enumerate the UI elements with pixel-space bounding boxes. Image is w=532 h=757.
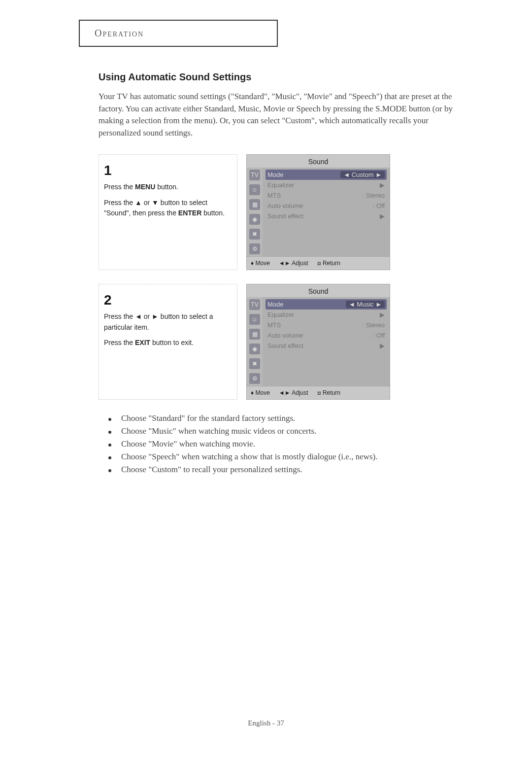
osd-category-icon: ✖ [249, 229, 260, 240]
bullet-text: Choose "Music" when watching music video… [121, 426, 316, 436]
osd-row-value: ▶ [380, 342, 385, 349]
osd-row: Auto volume: Off [266, 201, 387, 211]
osd-hint: ⧈ Return [317, 260, 340, 267]
osd-category-icon: ◉ [249, 214, 260, 225]
osd-row: Mode◄ Custom ► [266, 170, 387, 180]
bullet-list: Choose "Standard" for the standard facto… [99, 413, 473, 475]
bullet-item: Choose "Custom" to recall your personali… [99, 465, 473, 475]
osd-hint: ♦ Move [251, 389, 270, 396]
osd-row: Sound effect▶ [266, 341, 387, 351]
section-header-box: Operation [79, 20, 278, 47]
osd-row: MTS: Stereo [266, 320, 387, 330]
osd-row-label: MTS [267, 321, 281, 329]
osd-row: Auto volume: Off [266, 330, 387, 341]
osd-footer: ♦ Move◄► Adjust⧈ Return [247, 256, 390, 270]
osd-row-value: ▶ [380, 181, 385, 189]
bullet-item: Choose "Music" when watching music video… [99, 426, 473, 436]
bullet-dot-icon [108, 469, 111, 472]
osd-screenshot: SoundTV☺▦◉✖⚙Mode◄ Music ►Equalizer▶MTS: … [246, 284, 390, 400]
osd-row-label: Mode [267, 171, 284, 178]
osd-hint: ⧈ Return [317, 389, 340, 396]
intro-paragraph: Your TV has automatic sound settings ("S… [99, 91, 473, 139]
osd-title: Sound [247, 284, 390, 297]
osd-category-icon: ☺ [249, 314, 260, 325]
step-line: Press the MENU button. [104, 182, 232, 193]
step-number: 2 [104, 289, 232, 310]
osd-category-icon: ✖ [249, 358, 260, 369]
osd-category-icon: ▦ [249, 199, 260, 210]
step-instructions: 2Press the ◄ or ► button to select a par… [99, 284, 237, 400]
osd-screenshot: SoundTV☺▦◉✖⚙Mode◄ Custom ►Equalizer▶MTS:… [246, 154, 390, 270]
osd-category-icon: ▦ [249, 329, 260, 340]
osd-row-label: Sound effect [267, 342, 303, 349]
osd-row-label: Auto volume [267, 332, 303, 339]
osd-row-value: ◄ Music ► [346, 301, 385, 308]
bullet-dot-icon [108, 456, 111, 459]
osd-row-value: ▶ [380, 212, 385, 220]
osd-row-value: : Off [373, 202, 385, 209]
osd-row-value: : Off [373, 332, 385, 339]
osd-row-value: ▶ [380, 311, 385, 318]
osd-category-icon: TV [249, 170, 260, 180]
page-title: Using Automatic Sound Settings [99, 71, 473, 83]
bullet-text: Choose "Standard" for the standard facto… [121, 413, 295, 423]
osd-row-value: : Stereo [362, 192, 385, 199]
osd-title: Sound [247, 155, 390, 168]
bullet-item: Choose "Speech" when watching a show tha… [99, 452, 473, 462]
bullet-text: Choose "Speech" when watching a show tha… [121, 452, 377, 462]
osd-row: Equalizer▶ [266, 310, 387, 320]
step-line: Press the ◄ or ► button to select a part… [104, 311, 232, 333]
osd-hint: ◄► Adjust [279, 260, 308, 267]
osd-row-label: Auto volume [267, 202, 303, 209]
bullet-dot-icon [108, 444, 111, 447]
osd-icon-column: TV☺▦◉✖⚙ [247, 168, 263, 256]
step-block: 2Press the ◄ or ► button to select a par… [99, 284, 473, 400]
osd-row: Sound effect▶ [266, 211, 387, 221]
osd-icon-column: TV☺▦◉✖⚙ [247, 297, 263, 386]
bullet-item: Choose "Movie" when watching movie. [99, 439, 473, 449]
osd-row: Equalizer▶ [266, 180, 387, 190]
osd-row-value: ◄ Custom ► [340, 171, 385, 178]
bullet-dot-icon [108, 418, 111, 421]
osd-category-icon: ⚙ [249, 373, 260, 384]
step-instructions: 1Press the MENU button.Press the ▲ or ▼ … [99, 154, 237, 270]
bullet-text: Choose "Custom" to recall your personali… [121, 465, 302, 475]
osd-category-icon: ◉ [249, 344, 260, 354]
osd-category-icon: TV [249, 299, 260, 310]
step-line: Press the ▲ or ▼ button to select "Sound… [104, 198, 232, 219]
step-line: Press the EXIT button to exit. [104, 338, 232, 348]
osd-category-icon: ☺ [249, 184, 260, 195]
step-block: 1Press the MENU button.Press the ▲ or ▼ … [99, 154, 473, 270]
osd-footer: ♦ Move◄► Adjust⧈ Return [247, 386, 390, 399]
bullet-dot-icon [108, 431, 111, 434]
page-footer: English - 37 [0, 719, 532, 727]
osd-hint: ◄► Adjust [279, 389, 308, 396]
osd-row-label: Equalizer [267, 311, 294, 318]
osd-row-label: Mode [267, 301, 284, 308]
osd-row-value: : Stereo [362, 321, 385, 329]
osd-row-label: MTS [267, 192, 281, 199]
section-header: Operation [95, 28, 144, 38]
osd-row: MTS: Stereo [266, 190, 387, 201]
osd-row: Mode◄ Music ► [266, 299, 387, 310]
step-number: 1 [104, 160, 232, 181]
bullet-text: Choose "Movie" when watching movie. [121, 439, 255, 449]
bullet-item: Choose "Standard" for the standard facto… [99, 413, 473, 423]
osd-category-icon: ⚙ [249, 243, 260, 254]
osd-row-label: Sound effect [267, 212, 303, 220]
osd-row-label: Equalizer [267, 181, 294, 189]
osd-hint: ♦ Move [251, 260, 270, 267]
